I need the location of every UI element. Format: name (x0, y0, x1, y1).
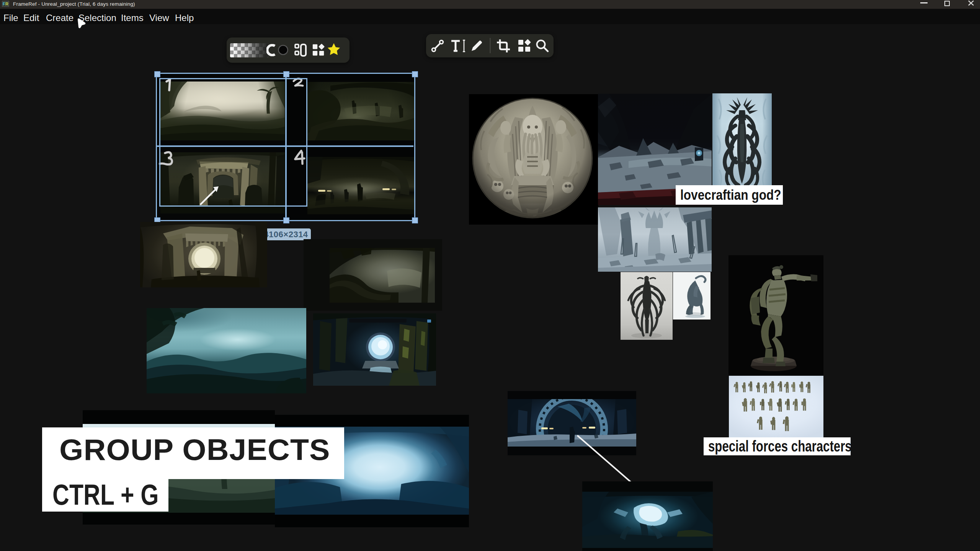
svg-text:F: F (3, 2, 5, 6)
svg-text:R: R (5, 2, 8, 6)
